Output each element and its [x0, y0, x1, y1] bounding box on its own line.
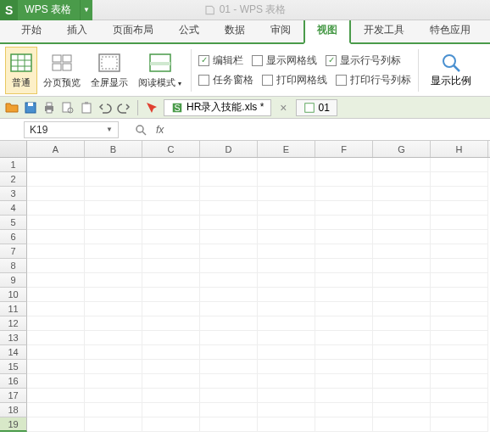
- view-全屏显示-button[interactable]: 全屏显示: [86, 47, 132, 94]
- view-阅读模式-button[interactable]: 阅读模式 ▾: [134, 47, 186, 94]
- cell-H12[interactable]: [431, 316, 488, 331]
- tab-页面布局[interactable]: 页面布局: [100, 17, 166, 42]
- cell-D12[interactable]: [200, 316, 258, 331]
- cell-G12[interactable]: [373, 316, 431, 331]
- cell-D5[interactable]: [200, 216, 258, 230]
- column-header-F[interactable]: F: [315, 141, 373, 157]
- cell-D6[interactable]: [200, 230, 258, 244]
- cell-B19[interactable]: [85, 417, 142, 432]
- name-box-dropdown-icon[interactable]: ▼: [106, 126, 113, 133]
- tab-开发工具[interactable]: 开发工具: [351, 17, 417, 42]
- cell-D11[interactable]: [200, 302, 258, 316]
- row-header-7[interactable]: 7: [0, 244, 27, 259]
- cell-B1[interactable]: [85, 158, 142, 172]
- row-header-18[interactable]: 18: [0, 403, 27, 417]
- cell-A10[interactable]: [27, 288, 85, 302]
- cell-D7[interactable]: [200, 244, 258, 259]
- cell-E4[interactable]: [258, 201, 315, 216]
- cell-D3[interactable]: [200, 187, 258, 201]
- cell-A12[interactable]: [27, 316, 85, 331]
- cell-C4[interactable]: [142, 201, 200, 216]
- cell-B16[interactable]: [85, 374, 142, 389]
- cell-G2[interactable]: [373, 172, 431, 187]
- name-box[interactable]: K19 ▼: [24, 121, 119, 138]
- row-header-1[interactable]: 1: [0, 158, 27, 172]
- cell-D19[interactable]: [200, 417, 258, 432]
- cell-A7[interactable]: [27, 244, 85, 259]
- cell-G10[interactable]: [373, 288, 431, 302]
- cell-H1[interactable]: [431, 158, 488, 172]
- cell-C13[interactable]: [142, 331, 200, 345]
- cell-H2[interactable]: [431, 172, 488, 187]
- redo-icon[interactable]: [117, 101, 131, 115]
- cell-A5[interactable]: [27, 216, 85, 230]
- cell-D9[interactable]: [200, 273, 258, 288]
- cell-F2[interactable]: [315, 172, 373, 187]
- cell-G18[interactable]: [373, 403, 431, 417]
- cell-E3[interactable]: [258, 187, 315, 201]
- cell-D18[interactable]: [200, 403, 258, 417]
- cell-A2[interactable]: [27, 172, 85, 187]
- row-header-15[interactable]: 15: [0, 360, 27, 374]
- print-icon[interactable]: [42, 101, 56, 115]
- cell-H8[interactable]: [431, 259, 488, 273]
- document-tab-1[interactable]: S HR录入技能.xls *: [164, 99, 271, 116]
- cell-B13[interactable]: [85, 331, 142, 345]
- cell-G14[interactable]: [373, 345, 431, 360]
- cell-E2[interactable]: [258, 172, 315, 187]
- cell-F16[interactable]: [315, 374, 373, 389]
- fx-label[interactable]: fx: [156, 124, 164, 136]
- row-header-16[interactable]: 16: [0, 374, 27, 389]
- cell-A8[interactable]: [27, 259, 85, 273]
- cell-H7[interactable]: [431, 244, 488, 259]
- cell-F7[interactable]: [315, 244, 373, 259]
- cell-C10[interactable]: [142, 288, 200, 302]
- cell-C19[interactable]: [142, 417, 200, 432]
- save-icon[interactable]: [24, 101, 37, 115]
- cell-F19[interactable]: [315, 417, 373, 432]
- cell-E5[interactable]: [258, 216, 315, 230]
- checkbox-显示行号列标[interactable]: ✓显示行号列标: [326, 53, 401, 68]
- tab-插入[interactable]: 插入: [54, 17, 100, 42]
- cell-F18[interactable]: [315, 403, 373, 417]
- cell-G11[interactable]: [373, 302, 431, 316]
- cell-C6[interactable]: [142, 230, 200, 244]
- spreadsheet-grid[interactable]: ABCDEFGH 12345678910111213141516171819: [0, 141, 490, 432]
- cell-H6[interactable]: [431, 230, 488, 244]
- cell-E6[interactable]: [258, 230, 315, 244]
- cell-C12[interactable]: [142, 316, 200, 331]
- cell-B17[interactable]: [85, 389, 142, 403]
- cell-B3[interactable]: [85, 187, 142, 201]
- cell-D17[interactable]: [200, 389, 258, 403]
- tab-特色应用[interactable]: 特色应用: [417, 17, 483, 42]
- cell-E1[interactable]: [258, 158, 315, 172]
- cell-C11[interactable]: [142, 302, 200, 316]
- cell-F15[interactable]: [315, 360, 373, 374]
- row-header-4[interactable]: 4: [0, 201, 27, 216]
- row-header-10[interactable]: 10: [0, 288, 27, 302]
- row-header-14[interactable]: 14: [0, 345, 27, 360]
- tab-审阅[interactable]: 审阅: [258, 17, 303, 42]
- row-header-6[interactable]: 6: [0, 230, 27, 244]
- column-header-G[interactable]: G: [373, 141, 431, 157]
- cell-E8[interactable]: [258, 259, 315, 273]
- cell-C14[interactable]: [142, 345, 200, 360]
- cell-G13[interactable]: [373, 331, 431, 345]
- cell-H18[interactable]: [431, 403, 488, 417]
- cell-A3[interactable]: [27, 187, 85, 201]
- cell-G7[interactable]: [373, 244, 431, 259]
- cell-E11[interactable]: [258, 302, 315, 316]
- cell-H17[interactable]: [431, 389, 488, 403]
- cell-H5[interactable]: [431, 216, 488, 230]
- cell-C17[interactable]: [142, 389, 200, 403]
- cell-F12[interactable]: [315, 316, 373, 331]
- cell-G15[interactable]: [373, 360, 431, 374]
- cell-G16[interactable]: [373, 374, 431, 389]
- cell-A18[interactable]: [27, 403, 85, 417]
- cell-C8[interactable]: [142, 259, 200, 273]
- cell-C1[interactable]: [142, 158, 200, 172]
- row-header-9[interactable]: 9: [0, 273, 27, 288]
- cell-B4[interactable]: [85, 201, 142, 216]
- cell-B11[interactable]: [85, 302, 142, 316]
- zoom-button[interactable]: 显示比例: [424, 50, 478, 90]
